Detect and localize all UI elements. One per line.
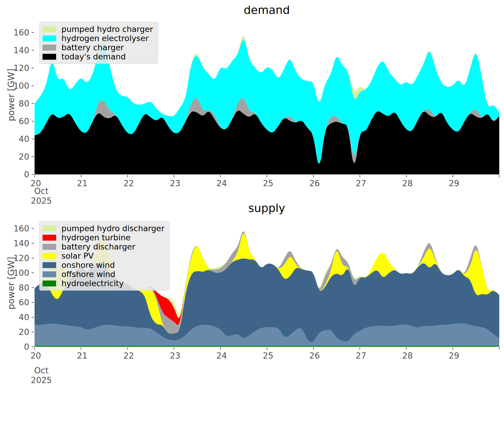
legend-item-hydroelectricity: hydroelectricity — [43, 279, 165, 288]
legend-label: pumped hydro charger — [61, 25, 153, 34]
legend-item-hydrogen-electrolyser: hydrogen electrolyser — [43, 34, 153, 43]
y-tick-label: 20 — [19, 327, 29, 337]
legend-item-offshore-wind: offshore wind — [43, 270, 165, 279]
x-tick-label: 20 — [30, 351, 41, 361]
y-tick-label: 0 — [24, 170, 29, 179]
x-tick-label: 23 — [170, 351, 181, 361]
y-tick-label: 60 — [19, 298, 29, 307]
legend-swatch-today-s-demand-icon — [43, 54, 56, 60]
x-tick-label: 24 — [216, 179, 227, 188]
legend-label: today's demand — [61, 52, 126, 61]
demand-year-label: 2025 — [31, 196, 52, 206]
x-tick-label: 21 — [77, 179, 87, 188]
x-tick-label: 26 — [309, 351, 320, 361]
area-hydroelectricity — [35, 346, 499, 347]
x-tick-label: 22 — [123, 351, 134, 361]
legend-swatch-hydrogen-turbine-icon — [43, 235, 56, 241]
x-tick-label: 28 — [402, 351, 413, 361]
legend-swatch-onshore-wind-icon — [43, 262, 56, 268]
legend-item-onshore-wind: onshore wind — [43, 260, 165, 270]
y-tick-label: 140 — [14, 239, 29, 248]
legend-label: hydroelectricity — [61, 279, 124, 288]
y-tick-label: 0 — [24, 342, 29, 352]
supply-x-axis-date-offset: Oct 2025 — [31, 366, 52, 385]
legend-label: battery charger — [61, 43, 124, 52]
demand-legend: pumped hydro chargerhydrogen electrolyse… — [39, 22, 158, 64]
supply-y-axis-label: power [GW] — [6, 257, 16, 310]
supply-month-label: Oct — [31, 366, 52, 375]
legend-swatch-offshore-wind-icon — [43, 271, 56, 277]
legend-swatch-battery-charger-icon — [43, 45, 56, 51]
legend-label: offshore wind — [61, 270, 115, 279]
demand-month-label: Oct — [31, 186, 52, 196]
legend-item-battery-charger: battery charger — [43, 43, 153, 52]
power-dispatch-figure: 0204060801001201401602021222324252627282… — [0, 0, 504, 423]
legend-swatch-hydrogen-electrolyser-icon — [43, 35, 56, 41]
legend-item-today-s-demand: today's demand — [43, 52, 153, 61]
x-tick-label: 27 — [356, 351, 366, 361]
y-tick-label: 160 — [14, 224, 29, 234]
x-tick-label: 23 — [170, 179, 181, 188]
legend-label: solar PV — [61, 251, 94, 260]
x-tick-label: 21 — [77, 351, 87, 361]
legend-item-pumped-hydro-discharger: pumped hydro discharger — [43, 224, 165, 233]
legend-swatch-hydroelectricity-icon — [43, 281, 56, 286]
y-tick-label: 80 — [19, 99, 29, 108]
y-tick-label: 20 — [19, 152, 29, 162]
legend-swatch-battery-discharger-icon — [43, 244, 56, 250]
y-tick-label: 140 — [14, 46, 29, 55]
y-tick-label: 160 — [14, 28, 29, 38]
supply-chart-title: supply — [248, 202, 285, 215]
demand-x-axis-date-offset: Oct 2025 — [31, 186, 52, 206]
legend-item-pumped-hydro-charger: pumped hydro charger — [43, 25, 153, 34]
y-tick-label: 60 — [19, 116, 29, 126]
legend-label: battery discharger — [61, 242, 135, 251]
x-tick-label: 27 — [356, 179, 366, 188]
legend-item-battery-discharger: battery discharger — [43, 242, 165, 251]
legend-swatch-solar-pv-icon — [43, 253, 56, 259]
x-tick-label: 29 — [449, 351, 459, 361]
x-tick-label: 25 — [263, 179, 274, 188]
legend-swatch-pumped-hydro-charger-icon — [43, 26, 56, 32]
demand-y-axis-label: power [GW] — [6, 69, 16, 121]
supply-legend: pumped hydro dischargerhydrogen turbineb… — [39, 221, 170, 291]
x-tick-label: 25 — [263, 351, 274, 361]
legend-item-hydrogen-turbine: hydrogen turbine — [43, 233, 165, 242]
x-tick-label: 22 — [123, 179, 134, 188]
x-tick-label: 24 — [216, 351, 227, 361]
y-tick-label: 80 — [19, 283, 29, 293]
supply-year-label: 2025 — [31, 375, 52, 385]
legend-label: pumped hydro discharger — [61, 224, 165, 233]
legend-label: onshore wind — [61, 260, 115, 270]
legend-item-solar-pv: solar PV — [43, 251, 165, 260]
x-tick-label: 26 — [309, 179, 320, 188]
y-tick-label: 40 — [19, 312, 29, 322]
x-tick-label: 28 — [402, 179, 413, 188]
y-tick-label: 40 — [19, 134, 29, 144]
legend-label: hydrogen electrolyser — [61, 34, 149, 43]
demand-chart-title: demand — [244, 4, 290, 17]
legend-swatch-pumped-hydro-discharger-icon — [43, 226, 56, 231]
x-tick-label: 29 — [449, 179, 459, 188]
legend-label: hydrogen turbine — [61, 233, 131, 242]
